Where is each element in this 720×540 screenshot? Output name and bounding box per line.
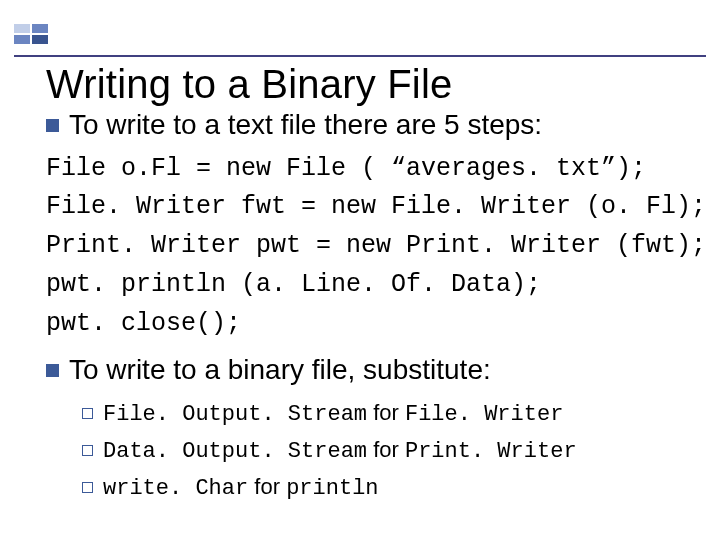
sub-bullet-list: File. Output. Stream for File. Writer Da…: [82, 395, 690, 507]
code-line: pwt. println (a. Line. Of. Data);: [46, 270, 541, 299]
bullet-icon: [46, 119, 59, 132]
hollow-bullet-icon: [82, 408, 93, 419]
slide-content: To write to a text file there are 5 step…: [46, 108, 690, 507]
sub-left: Data. Output. Stream: [103, 439, 367, 464]
slide-title: Writing to a Binary File: [46, 64, 452, 104]
bullet-label: To write to a binary file, substitute:: [69, 354, 491, 385]
sub-right: println: [286, 476, 378, 501]
bullet-binary-sub: To write to a binary file, substitute:: [46, 353, 690, 387]
code-block: File o.Fl = new File ( “averages. txt”);…: [46, 150, 690, 344]
code-line: File o.Fl = new File ( “averages. txt”);: [46, 154, 646, 183]
sub-left: File. Output. Stream: [103, 402, 367, 427]
sub-bullet-item: File. Output. Stream for File. Writer: [82, 395, 690, 432]
sub-mid: for: [248, 474, 286, 499]
code-line: pwt. close();: [46, 309, 241, 338]
deco-cell: [32, 35, 48, 44]
slide: Writing to a Binary File To write to a t…: [0, 0, 720, 540]
divider: [14, 55, 706, 57]
sub-bullet-item: write. Char for println: [82, 469, 690, 506]
sub-right: Print. Writer: [405, 439, 577, 464]
code-line: Print. Writer pwt = new Print. Writer (f…: [46, 231, 706, 260]
corner-decoration: [14, 24, 48, 44]
code-line: File. Writer fwt = new File. Writer (o. …: [46, 192, 706, 221]
sub-left: write. Char: [103, 476, 248, 501]
bullet-icon: [46, 364, 59, 377]
sub-mid: for: [367, 400, 405, 425]
sub-right: File. Writer: [405, 402, 563, 427]
sub-bullet-item: Data. Output. Stream for Print. Writer: [82, 432, 690, 469]
hollow-bullet-icon: [82, 482, 93, 493]
deco-cell: [14, 35, 30, 44]
deco-cell: [32, 24, 48, 33]
hollow-bullet-icon: [82, 445, 93, 456]
deco-cell: [14, 24, 30, 33]
bullet-label: To write to a text file there are 5 step…: [69, 109, 542, 140]
bullet-text-steps: To write to a text file there are 5 step…: [46, 108, 690, 142]
sub-mid: for: [367, 437, 405, 462]
